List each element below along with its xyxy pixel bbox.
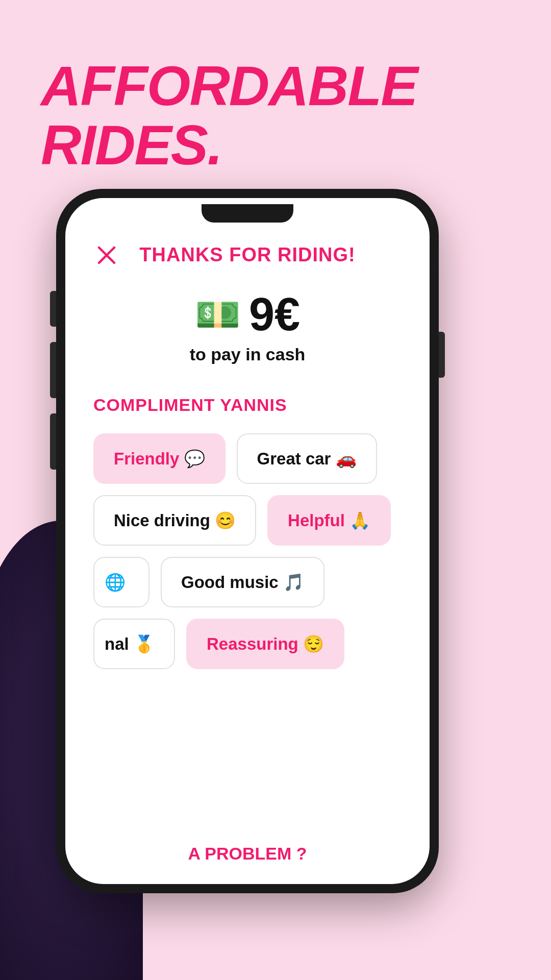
phone-power-button: [439, 332, 445, 378]
chip-helpful[interactable]: Helpful 🙏: [267, 495, 391, 546]
close-button[interactable]: [93, 242, 120, 268]
phone-mute-button: [50, 291, 56, 327]
header-title: THANKS FOR RIDING!: [139, 244, 355, 266]
chip-professional[interactable]: nal 🥇: [93, 619, 175, 669]
phone-screen: THANKS FOR RIDING! 💵 9€ to pay in cash C…: [65, 198, 430, 884]
price-row: 💵 9€: [195, 291, 300, 337]
close-icon: [96, 244, 117, 266]
compliment-title: COMPLIMENT YANNIS: [93, 395, 402, 415]
header-row: THANKS FOR RIDING!: [93, 244, 402, 266]
phone-mockup: THANKS FOR RIDING! 💵 9€ to pay in cash C…: [56, 189, 439, 893]
price-section: 💵 9€ to pay in cash: [190, 291, 306, 364]
chips-row-4: nal 🥇 Reassuring 😌: [93, 619, 402, 669]
headline-line2: RIDES.: [41, 115, 417, 175]
chip-reassuring[interactable]: Reassuring 😌: [186, 619, 344, 669]
screen-content: THANKS FOR RIDING! 💵 9€ to pay in cash C…: [65, 229, 430, 884]
price-subtitle: to pay in cash: [190, 345, 306, 364]
chips-grid: Friendly 💬 Great car 🚗 Nice driving 😊 He…: [93, 433, 402, 669]
chips-row-3: 🌐 Good music 🎵: [93, 557, 402, 607]
chip-friendly[interactable]: Friendly 💬: [93, 433, 226, 484]
phone-notch: [202, 204, 293, 223]
phone-volume-down-button: [50, 413, 56, 470]
chip-great-car[interactable]: Great car 🚗: [237, 433, 377, 484]
money-emoji: 💵: [195, 293, 241, 336]
chip-good-music[interactable]: Good music 🎵: [161, 557, 324, 607]
headline: AFFORDABLE RIDES.: [41, 56, 417, 174]
chip-nice-driving[interactable]: Nice driving 😊: [93, 495, 256, 546]
phone-volume-up-button: [50, 342, 56, 398]
chips-row-1: Friendly 💬 Great car 🚗: [93, 433, 402, 484]
headline-line1: AFFORDABLE: [41, 56, 417, 115]
problem-link[interactable]: A problem ?: [188, 823, 307, 864]
chip-partial-left[interactable]: 🌐: [93, 557, 149, 607]
phone-notch-area: [65, 198, 430, 229]
chips-row-2: Nice driving 😊 Helpful 🙏: [93, 495, 402, 546]
price-amount: 9€: [249, 291, 300, 337]
compliment-section: COMPLIMENT YANNIS Friendly 💬 Great car 🚗…: [93, 395, 402, 669]
